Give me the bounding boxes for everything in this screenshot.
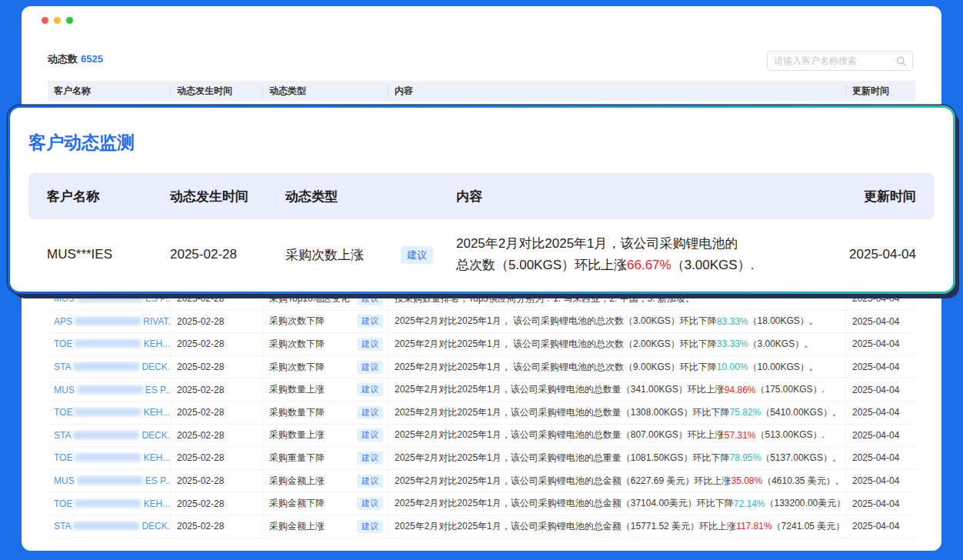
content-tail: （5137.00KGS）。	[761, 452, 841, 465]
content-text: 2025年2月对比2025年1月，该公司采购锂电池的总金额（15771.52 美…	[395, 520, 736, 533]
content-tail: （7241.05 美元）。	[772, 520, 846, 533]
table-header: 客户名称动态发生时间动态类型内容更新时间	[48, 81, 915, 101]
minimize-window-button[interactable]	[54, 17, 61, 24]
suggestion-badge: 建议	[357, 406, 383, 419]
search-icon[interactable]	[896, 56, 906, 66]
content-cell: 2025年2月对比2025年1月， 该公司采购锂电池的总次数（9.00KGS）环…	[388, 356, 846, 378]
content-text: 2025年2月对比2025年1月， 该公司采购锂电池的总次数（3.00KGS）环…	[395, 315, 717, 328]
content-tail: （5410.00KGS）。	[761, 406, 841, 419]
customer-name-link[interactable]: APSRIVAT...	[54, 316, 170, 327]
customer-name-link[interactable]: TOEKEH...	[54, 452, 170, 463]
updated-cell: 2025-04-04	[846, 447, 915, 469]
percent-value: 75.82%	[729, 407, 761, 418]
table-body: MUSES P...2025-02-28采购Top10地区变化建议按采购数量排名…	[48, 288, 915, 538]
event-type-label: 采购数量上涨	[269, 428, 325, 442]
panel-content-line2: 总次数（5.00KGS）环比上涨66.67%（3.00KGS）.	[456, 255, 824, 276]
event-type-label: 采购金额下降	[269, 497, 325, 510]
event-type-label: 采购金额上涨	[269, 475, 325, 488]
content-cell: 2025年2月对比2025年1月，该公司采购锂电池的总数量（1308.00KGS…	[388, 402, 846, 424]
updated-cell: 2025-04-04	[846, 402, 915, 424]
content-tail: （18.00KGS）。	[748, 315, 818, 328]
panel-header-cell: 客户名称	[47, 188, 170, 205]
suggestion-badge: 建议	[357, 315, 383, 328]
updated-cell: 2025-04-04	[846, 470, 915, 492]
customer-search[interactable]	[767, 51, 913, 71]
percent-value: 10.00%	[717, 362, 748, 372]
table-row: TOEKEH...2025-02-28采购重量下降建议2025年2月对比2025…	[48, 447, 915, 470]
event-type-cell: 采购次数下降建议	[263, 333, 388, 355]
content-tail: （3.00KGS）。	[748, 338, 813, 351]
content-cell: 2025年2月对比2025年1月，该公司采购锂电池的总金额（6227.69 美元…	[388, 470, 846, 492]
dynamics-count: 动态数6525	[48, 52, 103, 66]
content-cell: 2025年2月对比2025年1月，该公司采购锂电池的总数量（807.00KGS）…	[388, 425, 846, 447]
content-text: 2025年2月对比2025年1月，该公司采购锂电池的总数量（341.00KGS）…	[395, 383, 725, 396]
customer-name-link[interactable]: TOEKEH...	[54, 498, 170, 509]
customer-name-link[interactable]: STADECK...	[54, 521, 170, 532]
content-tail: （4610.35 美元）。	[762, 475, 845, 488]
table-row: MUSES P...2025-02-28采购金额上涨建议2025年2月对比202…	[48, 470, 915, 493]
event-type-cell: 采购金额上涨建议	[263, 515, 388, 538]
dynamics-count-value: 6525	[81, 53, 103, 65]
customer-name-link[interactable]: MUSES P...	[54, 475, 170, 486]
panel-updated: 2025-04-04	[831, 247, 916, 262]
masked-name-segment	[73, 362, 139, 371]
suggestion-badge: 建议	[357, 497, 383, 510]
table-row: STADECK...2025-02-28采购次数下降建议2025年2月对比202…	[48, 356, 915, 379]
table-row: TOEKEH...2025-02-28采购金额下降建议2025年2月对比2025…	[48, 492, 915, 515]
percent-value: 57.31%	[725, 430, 756, 441]
customer-name-link[interactable]: TOEKEH...	[54, 407, 170, 418]
updated-cell: 2025-04-04	[846, 425, 915, 447]
content-cell: 2025年2月对比2025年1月，该公司采购锂电池的总金额（15771.52 美…	[388, 515, 846, 538]
masked-name-segment	[75, 408, 141, 416]
panel-table-row: MUS***IES 2025-02-28 采购次数上涨 建议 2025年2月对比…	[28, 219, 935, 290]
updated-cell: 2025-04-04	[846, 492, 915, 515]
customer-name-link[interactable]: STADECK...	[54, 430, 170, 441]
event-type-cell: 采购数量下降建议	[263, 402, 388, 424]
percent-value: 83.33%	[717, 316, 748, 327]
customer-name-link[interactable]: MUSES P...	[54, 385, 170, 395]
customer-name-link[interactable]: STADECK...	[54, 362, 170, 372]
customer-name-cell: STADECK...	[48, 515, 171, 538]
table-row: STADECK...2025-02-28采购数量上涨建议2025年2月对比202…	[48, 425, 915, 448]
close-window-button[interactable]	[42, 17, 48, 24]
event-type-label: 采购Top10地区变化	[269, 292, 350, 305]
panel-customer-name: MUS***IES	[47, 247, 170, 262]
event-date-cell: 2025-02-28	[171, 333, 263, 355]
panel-content: 2025年2月对比2025年1月，该公司采购锂电池的 总次数（5.00KGS）环…	[456, 233, 831, 276]
suggestion-badge: 建议	[357, 475, 383, 488]
panel-badge-column: 建议	[401, 247, 456, 262]
masked-name-segment	[77, 476, 143, 485]
suggestion-badge: 建议	[357, 428, 383, 442]
masked-name-segment	[75, 499, 141, 508]
content-text: 2025年2月对比2025年1月，该公司采购锂电池的总数量（807.00KGS）…	[395, 428, 725, 442]
customer-name-cell: TOEKEH...	[48, 447, 171, 469]
percent-value: 78.95%	[729, 452, 761, 463]
event-type-label: 采购次数下降	[269, 338, 325, 351]
content-cell: 2025年2月对比2025年1月，该公司采购锂电池的总数量（341.00KGS）…	[388, 378, 846, 401]
masked-name-segment	[75, 339, 141, 348]
customer-name-link[interactable]: TOEKEH...	[54, 338, 170, 349]
suggestion-badge: 建议	[357, 383, 383, 396]
percent-value: 66.67%	[627, 258, 671, 272]
content-tail: （10.00KGS）。	[748, 361, 818, 374]
maximize-window-button[interactable]	[66, 17, 73, 24]
event-date-cell: 2025-02-28	[171, 378, 263, 401]
event-date-cell: 2025-02-28	[171, 425, 263, 447]
masked-name-segment	[73, 522, 139, 530]
table-row: TOEKEH...2025-02-28采购数量下降建议2025年2月对比2025…	[48, 402, 915, 425]
table-header-cell: 更新时间	[846, 85, 915, 97]
event-type-cell: 采购次数下降建议	[263, 356, 388, 378]
event-date-cell: 2025-02-28	[171, 492, 263, 515]
panel-header-cell: 内容	[456, 188, 831, 205]
suggestion-badge: 建议	[357, 292, 383, 305]
content-tail: （175.00KGS）.	[756, 383, 825, 396]
table-row: APSRIVAT...2025-02-28采购次数下降建议2025年2月对比20…	[48, 311, 915, 334]
search-input[interactable]	[774, 55, 896, 66]
customer-name-cell: STADECK...	[48, 356, 171, 378]
panel-content-line1: 2025年2月对比2025年1月，该公司采购锂电池的	[456, 233, 824, 255]
panel-event-date: 2025-02-28	[170, 247, 285, 262]
content-text: 2025年2月对比2025年1月，该公司采购锂电池的总金额（6227.69 美元…	[395, 475, 731, 488]
masked-name-segment	[77, 294, 143, 302]
event-type-cell: 采购重量下降建议	[263, 447, 388, 469]
customer-name-link[interactable]: MUSES P...	[54, 293, 170, 304]
